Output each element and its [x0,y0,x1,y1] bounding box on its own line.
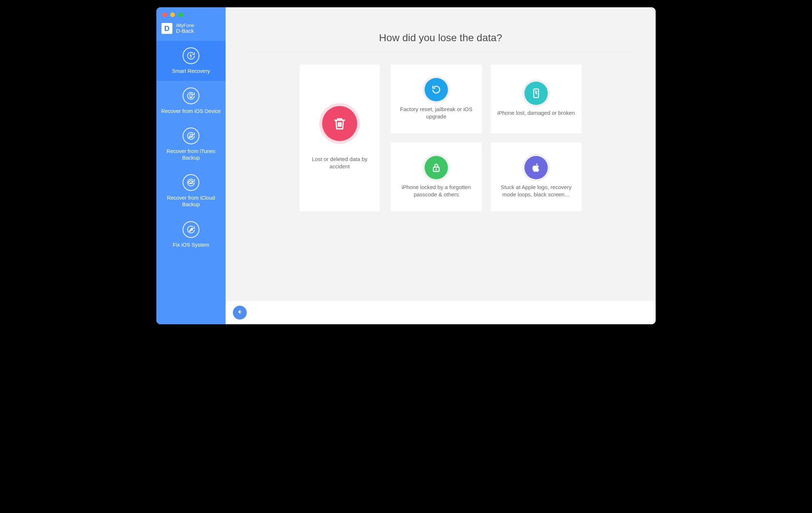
sidebar-item-ios-device[interactable]: Recover from iOS Device [156,81,226,121]
window-controls [156,7,226,19]
card-label: Stuck at Apple logo, recovery mode loops… [497,184,575,199]
sidebar-nav: Smart Recovery Recover from iOS Device [156,41,226,255]
maximize-icon[interactable] [178,12,183,17]
lock-icon [425,156,448,179]
phone-refresh-icon [183,87,199,104]
brand-text: iMyFone D-Back [176,23,194,34]
svg-point-3 [191,136,192,137]
sidebar-item-label: Recover from iOS Device [161,108,221,114]
card-stuck-logo[interactable]: Stuck at Apple logo, recovery mode loops… [491,142,582,212]
sidebar-item-label: Recover from iCloud Backup [159,195,223,208]
trash-icon [322,106,357,141]
lightning-refresh-icon [183,47,199,64]
sidebar-item-label: Smart Recovery [172,68,210,74]
footer-bar [226,301,656,324]
apple-logo-icon [524,156,548,179]
brand-company: iMyFone [176,23,194,28]
main-panel: How did you lose the data? Lo [226,7,656,324]
sidebar-item-label: Recover from iTunes Backup [159,148,223,161]
sidebar-item-label: Fix iOS System [173,242,209,248]
close-icon[interactable] [162,12,167,17]
sidebar-item-icloud-backup[interactable]: Recover from iCloud Backup [156,168,226,214]
card-lost-damaged[interactable]: iPhone lost, damaged or broken [491,64,582,134]
sidebar-item-fix-ios[interactable]: Fix iOS System [156,215,226,255]
brand-product: D-Back [176,28,194,34]
app-window: D iMyFone D-Back Smart Recovery [156,7,656,324]
card-label: iPhone lost, damaged or broken [497,109,575,117]
card-factory-reset[interactable]: Factory reset, jailbreak or iOS upgrade [391,64,482,134]
option-cards: Lost or deleted data by accident Factory… [247,64,634,212]
page-title: How did you lose the data? [247,22,634,52]
card-label: Lost or deleted data by accident [306,156,373,171]
wrench-refresh-icon [183,221,199,238]
cloud-refresh-icon [183,174,199,191]
sidebar: D iMyFone D-Back Smart Recovery [156,7,226,324]
back-button[interactable] [233,306,247,320]
broken-phone-icon [524,82,548,105]
music-refresh-icon [183,128,199,144]
card-label: Factory reset, jailbreak or iOS upgrade [397,106,475,121]
brand: D iMyFone D-Back [156,19,226,41]
sidebar-item-itunes-backup[interactable]: Recover from iTunes Backup [156,121,226,168]
arrow-left-icon [236,308,243,317]
card-accidental-delete[interactable]: Lost or deleted data by accident [300,64,380,212]
card-locked[interactable]: iPhone locked by a forgotten passcode & … [391,142,482,212]
reset-icon [425,78,448,101]
content: How did you lose the data? Lo [226,7,656,219]
svg-point-2 [189,137,190,138]
brand-logo-icon: D [161,23,172,34]
sidebar-item-smart-recovery[interactable]: Smart Recovery [156,41,226,81]
divider [247,52,634,52]
card-label: iPhone locked by a forgotten passcode & … [397,184,475,199]
minimize-icon[interactable] [170,12,175,17]
